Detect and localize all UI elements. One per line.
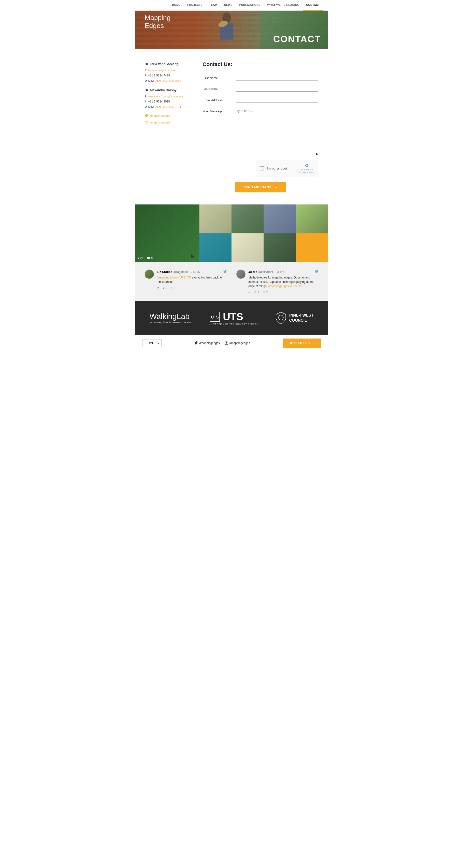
insta-cell-5[interactable] bbox=[199, 234, 232, 262]
svg-marker-10 bbox=[191, 254, 195, 257]
email-input[interactable] bbox=[236, 97, 318, 103]
person2-email: E: Alexandra.Crosby@uts.edu.au bbox=[145, 94, 193, 99]
last-name-input[interactable] bbox=[236, 86, 318, 92]
person2-email-link[interactable]: Alexandra.Crosby@uts.edu.au bbox=[148, 95, 184, 98]
nav-publications[interactable]: PUBLICATIONS bbox=[236, 0, 264, 10]
insta-cell-3[interactable] bbox=[264, 205, 296, 234]
svg-text:UTS: UTS bbox=[211, 315, 219, 319]
tweet-1-actions: ↩ ⟳ 2 ♡ 2 bbox=[157, 286, 227, 289]
cursor-indicator bbox=[191, 254, 195, 257]
tweet-1: Liz Stokes @ragamouf • Jul 25 #mappinged… bbox=[145, 270, 227, 294]
captcha-checkbox[interactable] bbox=[260, 166, 264, 170]
instagram-likes: ♥ 78 bbox=[137, 256, 143, 260]
recaptcha-brand: reCAPTCHA bbox=[299, 168, 314, 171]
first-name-label: First Name bbox=[203, 75, 232, 80]
captcha-row: I'm not a robot ♻ reCAPTCHA Privacy - Te… bbox=[203, 160, 318, 177]
insta-cell-arrow[interactable]: → bbox=[296, 234, 328, 262]
instagram-icon bbox=[145, 121, 148, 124]
contact-info-panel: Dr. Ilaria Vanni Accarigi E: Ilaria.Vann… bbox=[145, 61, 193, 192]
last-name-label: Last Name bbox=[203, 86, 232, 91]
tweet-2-header: Jo Mc @liftlearner • Jul 25 bbox=[248, 270, 318, 274]
message-label: Your Message bbox=[203, 108, 232, 113]
tweet-2-handle: @liftlearner bbox=[258, 270, 273, 274]
contact-section: Dr. Ilaria Vanni Accarigi E: Ilaria.Vann… bbox=[135, 49, 328, 205]
insta-cell-2[interactable] bbox=[232, 205, 264, 234]
tweet-1-retweet[interactable]: ⟳ 2 bbox=[163, 286, 167, 289]
uts-logo: UTS UTS UNIVERSITY OF TECHNOLOGY SYDNEY bbox=[209, 311, 258, 325]
person2-orcid-link[interactable]: 0000-0001-8959-7971 bbox=[155, 105, 181, 108]
insta-cell-4[interactable] bbox=[296, 205, 328, 234]
instagram-large-cell[interactable]: ♥ 78 💬 9 bbox=[135, 205, 199, 262]
tweet-1-handle: @ragamouf bbox=[174, 270, 189, 274]
email-label: Email Address bbox=[203, 97, 232, 102]
tweet-1-like[interactable]: ♡ 2 bbox=[171, 286, 176, 289]
message-input[interactable] bbox=[236, 108, 318, 127]
nav-projects[interactable]: PROJECTS bbox=[184, 0, 206, 10]
contact-us-button[interactable]: CONTACT US → bbox=[283, 339, 321, 348]
nav-reading[interactable]: WHAT WE'RE READING bbox=[264, 0, 303, 10]
last-name-row: Last Name bbox=[203, 86, 318, 92]
svg-rect-14 bbox=[225, 342, 228, 345]
walkinglab-tagline: performing lines & research-creation bbox=[150, 321, 192, 324]
tweet-1-header: Liz Stokes @ragamouf • Jul 25 bbox=[157, 270, 227, 274]
captcha-widget[interactable]: I'm not a robot ♻ reCAPTCHA Privacy - Te… bbox=[256, 160, 318, 177]
social-links: #mappingedges #mappingedges bbox=[145, 113, 193, 125]
person1-phone: P: +61 2 9514 7428 bbox=[145, 73, 193, 79]
captcha-text: I'm not a robot bbox=[267, 166, 297, 170]
person2-orcid: ORCID: 0000-0001-8959-7971 bbox=[145, 104, 193, 110]
bottom-twitter-icon bbox=[194, 341, 198, 345]
first-name-input[interactable] bbox=[236, 75, 318, 81]
hero-subtitle: MappingEdges bbox=[145, 14, 171, 30]
message-row: Your Message bbox=[203, 108, 318, 127]
iwc-emblem bbox=[275, 311, 287, 325]
tweet-2-retweet[interactable]: ⟳ 2 bbox=[254, 291, 259, 294]
tweet-2-name: Jo Mc bbox=[248, 270, 257, 274]
bottom-bar: HOME #mappingedges #mappingedges CONTACT… bbox=[135, 335, 328, 351]
bottom-instagram-icon bbox=[225, 341, 228, 345]
send-button[interactable]: SEND MESSAGE → bbox=[235, 182, 286, 192]
tweet-2-like[interactable]: ♡ 2 bbox=[263, 291, 268, 294]
page-select[interactable]: HOME bbox=[142, 339, 161, 347]
svg-point-13 bbox=[279, 315, 283, 320]
insta-cell-6[interactable] bbox=[232, 234, 264, 262]
tweet-2-content: Jo Mc @liftlearner • Jul 25 Methodologie… bbox=[248, 270, 318, 294]
walkinglab-logo: WalkingLab performing lines & research-c… bbox=[150, 312, 192, 324]
tweet-1-reply[interactable]: ↩ bbox=[157, 286, 159, 289]
tweet-2-reply[interactable]: ↩ bbox=[248, 291, 251, 294]
bottom-social-links: #mappingedges #mappingedges bbox=[194, 341, 250, 345]
instagram-handle: #mappingedges bbox=[150, 120, 170, 125]
bottom-instagram-link[interactable]: #mappingedges bbox=[225, 341, 250, 345]
person1-email-link[interactable]: Ilaria.Vanni@uts.edu.au bbox=[148, 69, 176, 72]
bottom-twitter-link[interactable]: #mappingedges bbox=[194, 341, 220, 345]
instagram-grid[interactable]: ♥ 78 💬 9 → bbox=[135, 205, 328, 262]
instagram-comments: 💬 9 bbox=[147, 256, 153, 260]
contact-arrow-icon: → bbox=[312, 341, 315, 345]
navigation: HOME PROJECTS TEAM NEWS PUBLICATIONS WHA… bbox=[135, 0, 328, 10]
twitter-link[interactable]: #mappingedges bbox=[145, 113, 193, 119]
insta-cell-7[interactable] bbox=[264, 234, 296, 262]
send-arrow-icon: → bbox=[274, 185, 277, 189]
person2-phone: P: +61 2 9514 8016 bbox=[145, 99, 193, 104]
person1-orcid-link[interactable]: 0000-0003-2795-8465 bbox=[155, 79, 181, 82]
tweet-2-date: • Jul 25 bbox=[276, 271, 284, 273]
twitter-handle: #mappingedges bbox=[150, 113, 170, 119]
nav-contact[interactable]: CONTACT bbox=[303, 0, 323, 10]
send-button-row: SEND MESSAGE → bbox=[203, 182, 318, 192]
svg-point-8 bbox=[146, 122, 147, 123]
uts-emblem: UTS bbox=[209, 311, 221, 323]
nav-home[interactable]: HOME bbox=[169, 0, 184, 10]
nav-team[interactable]: TEAM bbox=[206, 0, 221, 10]
form-heading: Contact Us: bbox=[203, 61, 318, 67]
footer-logos: WalkingLab performing lines & research-c… bbox=[135, 301, 328, 335]
insta-cell-1[interactable] bbox=[199, 205, 232, 234]
instagram-link[interactable]: #mappingedges bbox=[145, 120, 193, 125]
page-select-wrapper: HOME bbox=[142, 339, 161, 347]
bottom-twitter-handle: #mappingedges bbox=[199, 341, 220, 345]
bottom-instagram-handle: #mappingedges bbox=[229, 341, 250, 345]
divider: ▶ bbox=[203, 152, 318, 156]
svg-point-15 bbox=[226, 342, 227, 344]
nav-news[interactable]: NEWS bbox=[221, 0, 236, 10]
recaptcha-icon: ♻ bbox=[299, 163, 314, 168]
svg-rect-7 bbox=[145, 121, 148, 124]
svg-point-9 bbox=[147, 122, 147, 122]
